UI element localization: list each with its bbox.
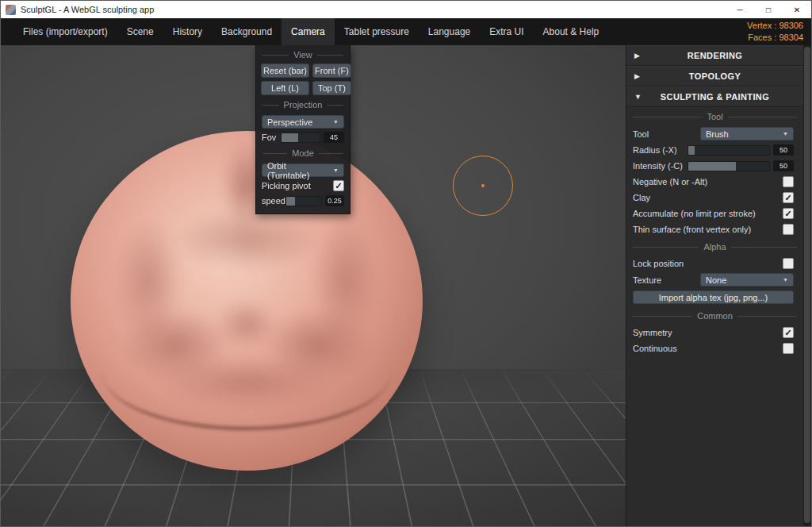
app-window: SculptGL - A WebGL sculpting app ─ □ ✕ F… — [0, 0, 812, 527]
continuous-checkbox[interactable] — [783, 343, 794, 354]
sidebar-panel: ▶ RENDERING ▶ TOPOLOGY ▼ SCULPTING & PAI… — [626, 45, 803, 356]
minimize-button[interactable]: ─ — [726, 1, 754, 18]
menu-camera[interactable]: Camera — [282, 18, 335, 45]
speed-value: 0.25 — [325, 195, 344, 206]
menu-language[interactable]: Language — [419, 18, 480, 45]
accumulate-row: Accumulate (no limit per stroke) ✓ — [626, 206, 803, 221]
view-section-header: View — [256, 45, 350, 63]
clay-row: Clay ✓ — [626, 190, 803, 206]
tool-row: Tool Brush ▼ — [626, 125, 803, 142]
symmetry-checkbox[interactable]: ✓ — [783, 327, 794, 338]
projection-section-header: Projection — [256, 95, 350, 113]
menu-tablet-pressure[interactable]: Tablet pressure — [335, 18, 419, 45]
front-view-button[interactable]: Front (F) — [312, 63, 351, 78]
expanded-arrow-icon: ▼ — [634, 93, 642, 101]
lock-position-label: Lock position — [633, 259, 783, 268]
tool-label: Tool — [633, 129, 700, 139]
main-area: View Reset (bar) Front (F) Left (L) Top … — [1, 45, 811, 526]
collapsed-arrow-icon: ▶ — [634, 72, 640, 80]
alpha-subheader: Alpha — [626, 237, 803, 256]
chevron-down-icon: ▼ — [333, 167, 339, 173]
section-rendering[interactable]: ▶ RENDERING — [626, 45, 803, 66]
chevron-down-icon: ▼ — [333, 119, 339, 125]
import-alpha-button[interactable]: Import alpha tex (jpg, png...) — [633, 290, 794, 304]
brush-cursor-dot — [481, 184, 485, 187]
menu-items: Files (import/export) Scene History Back… — [1, 18, 608, 45]
chevron-down-icon: ▼ — [783, 277, 788, 283]
texture-row: Texture None ▼ — [626, 271, 803, 288]
left-view-button[interactable]: Left (L) — [261, 81, 309, 95]
accumulate-checkbox[interactable]: ✓ — [783, 208, 794, 219]
texture-label: Texture — [633, 275, 700, 285]
speed-row: speed 0.25 — [256, 192, 350, 207]
right-sidebar: ▶ RENDERING ▶ TOPOLOGY ▼ SCULPTING & PAI… — [626, 45, 811, 526]
mode-section-header: Mode — [256, 144, 350, 162]
section-sculpting-painting[interactable]: ▼ SCULPTING & PAINTING — [626, 87, 803, 107]
lock-position-checkbox[interactable] — [783, 258, 794, 269]
window-controls: ─ □ ✕ — [726, 1, 811, 18]
camera-dropdown-menu: View Reset (bar) Front (F) Left (L) Top … — [255, 45, 350, 214]
projection-select[interactable]: Perspective ▼ — [262, 115, 344, 129]
tool-select[interactable]: Brush ▼ — [700, 127, 794, 140]
chevron-down-icon: ▼ — [783, 131, 788, 137]
collapsed-arrow-icon: ▶ — [634, 52, 640, 60]
mesh-stats: Vertex : 98306 Faces : 98304 — [747, 18, 811, 45]
picking-pivot-checkbox[interactable]: ✓ — [333, 180, 344, 191]
window-title: SculptGL - A WebGL sculpting app — [21, 5, 726, 14]
menu-about-help[interactable]: About & Help — [534, 18, 609, 45]
texture-select[interactable]: None ▼ — [700, 273, 794, 287]
thin-surface-row: Thin surface (front vertex only) — [626, 221, 803, 237]
radius-slider[interactable] — [688, 145, 770, 156]
fov-value: 45 — [324, 132, 344, 143]
titlebar: SculptGL - A WebGL sculpting app ─ □ ✕ — [1, 1, 811, 18]
negative-row: Negative (N or -Alt) — [626, 174, 803, 190]
import-alpha-row: Import alpha tex (jpg, png...) — [626, 288, 803, 306]
radius-value: 50 — [773, 144, 794, 156]
tool-subheader: Tool — [626, 107, 803, 125]
menubar: Files (import/export) Scene History Back… — [1, 18, 811, 45]
continuous-row: Continuous — [626, 340, 803, 356]
speed-slider[interactable] — [285, 196, 322, 206]
brush-cursor-circle — [453, 156, 513, 216]
intensity-label: Intensity (-C) — [633, 161, 688, 171]
fov-row: Fov 45 — [256, 129, 350, 144]
camera-mode-select[interactable]: Orbit (Turntable) ▼ — [262, 163, 344, 177]
continuous-label: Continuous — [633, 344, 783, 353]
faces-count: Faces : 98304 — [747, 32, 803, 44]
speed-label: speed — [262, 196, 285, 206]
section-topology[interactable]: ▶ TOPOLOGY — [626, 66, 803, 87]
scrollbar-thumb[interactable] — [804, 47, 810, 523]
menu-extra-ui[interactable]: Extra UI — [480, 18, 533, 45]
view-buttons: Reset (bar) Front (F) Left (L) Top (T) — [256, 63, 350, 95]
thin-surface-checkbox[interactable] — [783, 224, 794, 235]
common-subheader: Common — [626, 306, 803, 325]
app-icon — [6, 5, 16, 15]
negative-checkbox[interactable] — [783, 176, 794, 187]
clay-checkbox[interactable]: ✓ — [783, 192, 794, 203]
intensity-value: 50 — [773, 160, 794, 171]
fov-label: Fov — [262, 133, 281, 142]
symmetry-label: Symmetry — [633, 328, 783, 337]
menu-history[interactable]: History — [163, 18, 212, 45]
menu-background[interactable]: Background — [212, 18, 282, 45]
lock-position-row: Lock position — [626, 256, 803, 271]
intensity-row: Intensity (-C) 50 — [626, 158, 803, 174]
symmetry-row: Symmetry ✓ — [626, 325, 803, 340]
picking-pivot-label: Picking pivot — [262, 181, 333, 190]
vertex-count: Vertex : 98306 — [747, 20, 803, 32]
radius-row: Radius (-X) 50 — [626, 142, 803, 158]
fov-slider[interactable] — [281, 133, 320, 143]
maximize-button[interactable]: □ — [754, 1, 783, 18]
close-button[interactable]: ✕ — [783, 1, 811, 18]
reset-view-button[interactable]: Reset (bar) — [261, 63, 309, 78]
sidebar-scrollbar[interactable] — [803, 45, 811, 526]
top-view-button[interactable]: Top (T) — [312, 81, 351, 95]
sculpted-mesh — [71, 131, 423, 471]
radius-label: Radius (-X) — [633, 145, 688, 155]
menu-files[interactable]: Files (import/export) — [13, 18, 117, 45]
sculpt-crease — [102, 314, 391, 430]
menu-scene[interactable]: Scene — [117, 18, 163, 45]
intensity-slider[interactable] — [688, 161, 770, 171]
